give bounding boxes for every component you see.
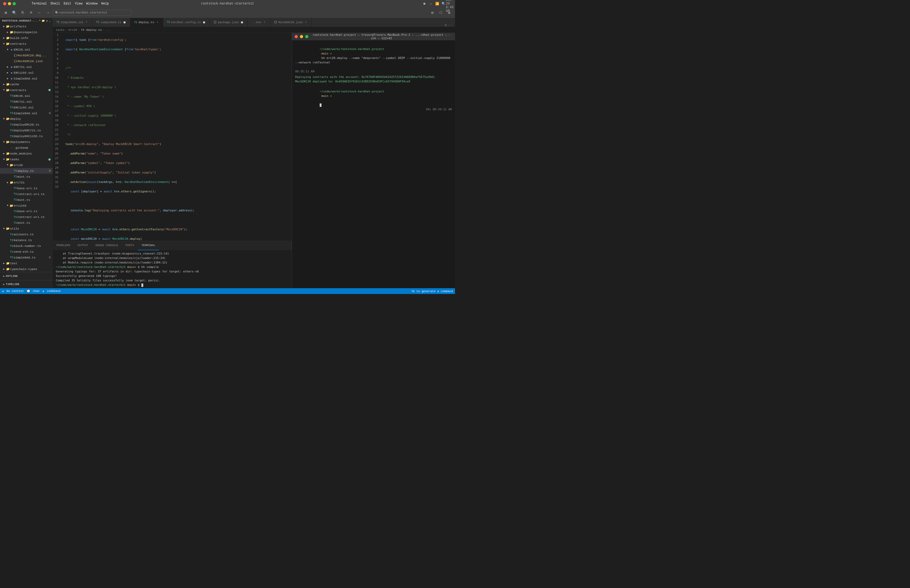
split-right-icon[interactable]: ⊟ (445, 23, 447, 27)
explorer-icon[interactable]: ⊞ (2, 9, 10, 16)
codebase-label[interactable]: codebase (47, 289, 61, 293)
tree-DeployERC20ts[interactable]: TS DeployERC20.ts (0, 122, 53, 128)
share-icon[interactable]: ↗ (429, 2, 433, 6)
breadcrumb-deployts[interactable]: TS deploy.ts (81, 28, 102, 32)
tree-utils[interactable]: ▼ 📂 utils (0, 226, 53, 232)
tree-DeployERC721ts[interactable]: TS DeployERC721.ts (0, 128, 53, 133)
tree-simpleDAO-ts[interactable]: TS simpleDAO.ts U (0, 255, 53, 260)
tab-MockERC20[interactable]: {} MockERC20.json × (270, 18, 312, 27)
tab-close-icon[interactable]: × (262, 21, 266, 24)
tab-ports[interactable]: PORTS (122, 241, 138, 250)
menu-terminal[interactable]: Terminal (32, 2, 47, 5)
tab-simpleDAO[interactable]: TS simpleDAO.ts (92, 18, 130, 27)
close-button[interactable] (3, 2, 6, 5)
tree-cache[interactable]: ▶ 📁 cache (0, 81, 53, 87)
tab-close-icon[interactable]: × (156, 21, 159, 24)
minimize-button[interactable] (8, 2, 11, 5)
tree-MockERC20dbg[interactable]: {} MockERC20.dbg... (0, 53, 53, 58)
tree-mint-ts3[interactable]: TS mint.ts (0, 220, 53, 226)
tree-ERC1155sol2[interactable]: TS ERC1155.sol (0, 105, 53, 110)
menu-help[interactable]: Help (101, 2, 109, 5)
tab-deploy[interactable]: TS deploy.ts × (130, 18, 163, 27)
tree-send-eth-ts[interactable]: TS send-eth.ts (0, 249, 53, 255)
tab-close-icon[interactable] (240, 21, 244, 24)
tree-mint-ts[interactable]: TS mint.ts (0, 174, 53, 179)
search-menu-icon[interactable]: 🔍 (441, 2, 446, 6)
tree-deploy[interactable]: ▼ 📂 deploy (0, 116, 53, 122)
tab-debug-console[interactable]: DEBUG CONSOLE (92, 241, 122, 250)
tab-close-icon[interactable]: × (85, 21, 89, 24)
tab-hardhat[interactable]: TS hardhat.config.ts (163, 18, 210, 27)
tree-node-modules[interactable]: ▶ 📁 node_modules (0, 151, 53, 157)
layout-icon[interactable]: □ (437, 9, 444, 16)
tree-SimpleDAOsol[interactable]: ▶ ◆ SimpleDAO.sol (0, 76, 53, 81)
tree-ERC20sol[interactable]: ▼ ◆ ERC20.sol (0, 47, 53, 53)
term-close-dot[interactable] (295, 35, 298, 38)
tree-accounts-ts[interactable]: TS accounts.ts (0, 232, 53, 237)
breadcrumb-erc20[interactable]: erc20 (68, 28, 77, 32)
term-min-dot[interactable] (300, 35, 303, 38)
tree-balance-ts[interactable]: TS balance.ts (0, 237, 53, 243)
tree-erc20[interactable]: ▼ 📂 erc20 (0, 162, 53, 168)
split-editor-icon[interactable]: ⊟ (429, 9, 436, 16)
back-button[interactable]: ← (36, 9, 43, 16)
context-label[interactable]: No context (6, 289, 24, 293)
tree-test[interactable]: ▶ 📁 test (0, 260, 53, 266)
menu-icon[interactable]: ≡ (27, 9, 35, 16)
tree-deploy-ts[interactable]: TS deploy.ts U (0, 168, 53, 174)
tree-block-number-ts[interactable]: TS block-number.ts (0, 243, 53, 249)
refresh-icon[interactable]: ↺ (46, 19, 48, 23)
tree-base-uri[interactable]: TS base-uri.ts (0, 185, 53, 191)
term-max-dot[interactable] (305, 35, 308, 38)
tab-package[interactable]: {} package.json (210, 18, 248, 27)
search-icon[interactable]: 🔍 (11, 9, 18, 16)
tree-openzeppelin[interactable]: ▶ 📁 @openzeppelin (0, 29, 53, 35)
menu-edit[interactable]: Edit (64, 2, 71, 5)
tree-deployments[interactable]: ▼ 📂 deployments (0, 139, 53, 145)
new-folder-icon[interactable]: 📁 (42, 19, 45, 23)
tree-contracts2[interactable]: ▼ 📂 contracts (0, 87, 53, 93)
tree-tasks[interactable]: ▼ 📂 tasks (0, 157, 53, 162)
terminal-content[interactable]: at TracingChannel.traceSync (node:diagno… (53, 250, 292, 288)
code-editor[interactable]: 12345 678910 1112131415 1617181920 21222… (53, 33, 292, 241)
breadcrumb-more[interactable]: ... (105, 28, 111, 32)
menu-view[interactable]: View (75, 2, 82, 5)
tree-mint-ts2[interactable]: TS mint.ts (0, 197, 53, 203)
tab-SimpleDAO[interactable]: TS SimpleDAO.sol × (53, 18, 92, 27)
tab-terminal[interactable]: TERMINAL (138, 241, 159, 250)
outline-header[interactable]: ▶ OUTLINE (0, 273, 53, 279)
terminal-body[interactable]: ~/code/work/rootstock-hardhat-project ma… (292, 40, 455, 288)
maximize-button[interactable] (13, 2, 16, 5)
tree-contract-uri2[interactable]: TS contract-uri.ts (0, 214, 53, 220)
tree-contracts[interactable]: ▼ 📂 contracts (0, 41, 53, 47)
source-control-icon[interactable]: ⎘ (19, 9, 26, 16)
tab-close-icon[interactable]: × (304, 21, 308, 24)
tree-build-info[interactable]: ▶ 📁 build-info (0, 35, 53, 41)
code-content[interactable]: import { task } from 'hardhat/config'; i… (63, 33, 292, 241)
tree-artifacts[interactable]: ▶ 📂 artifacts (0, 24, 53, 29)
chat-label[interactable]: chat (33, 289, 40, 293)
tree-typechain-types[interactable]: ▶ 📁 typechain-types (0, 266, 53, 272)
tab-output[interactable]: OUTPUT (74, 241, 92, 250)
collapse-icon[interactable]: ⌄ (49, 19, 50, 23)
tree-ERC1155sol[interactable]: ▶ ◆ ERC1155.sol (0, 70, 53, 76)
tree-DeployERC1155ts[interactable]: TS DeployERC1155.ts (0, 133, 53, 139)
tab-close-icon[interactable] (202, 21, 206, 24)
tab-problems[interactable]: PROBLEMS (53, 241, 74, 250)
tree-ERC20sol2[interactable]: TS ERC20.sol (0, 93, 53, 99)
more-actions-icon[interactable]: ··· (448, 24, 453, 27)
menu-shell[interactable]: Shell (50, 2, 60, 5)
tab-env[interactable]: · .env × (248, 18, 270, 27)
tab-close-icon[interactable] (123, 21, 126, 24)
tree-erc721[interactable]: ▶ 📁 erc721 (0, 179, 53, 185)
tree-erc1155[interactable]: ▼ 📂 erc1155 (0, 203, 53, 208)
menu-window[interactable]: Window (86, 2, 97, 5)
tree-ERC721sol2[interactable]: TS ERC721.sol (0, 99, 53, 105)
tree-ERC721sol[interactable]: ▶ ◆ ERC721.sol (0, 64, 53, 70)
timeline-header[interactable]: ▶ TIMELINE (0, 281, 53, 287)
forward-button[interactable]: → (44, 9, 52, 16)
tree-SimpleDAOsol2[interactable]: TS SimpleDAO.sol U (0, 110, 53, 116)
tree-gitkeep[interactable]: · .gitkeep (0, 145, 53, 151)
tree-base-uri2[interactable]: TS base-uri.ts (0, 208, 53, 214)
notif-icon[interactable]: ⏺ (422, 2, 427, 6)
